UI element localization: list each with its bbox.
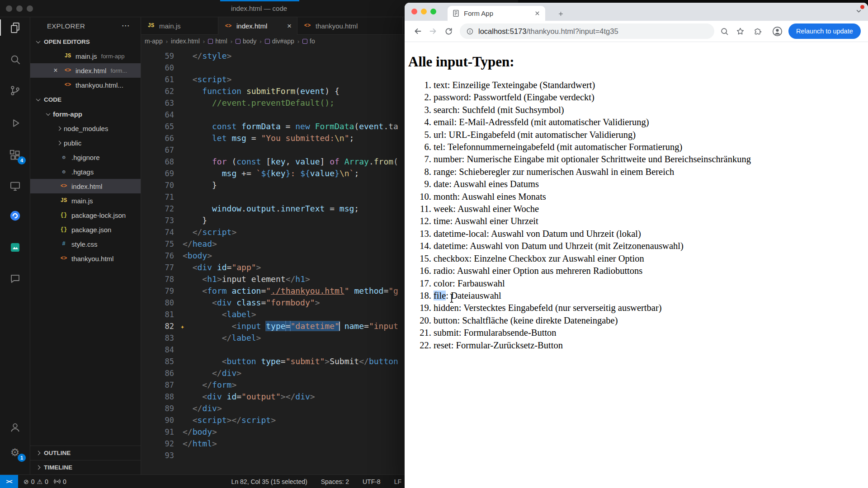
file-.hgignore[interactable]: ⚙.hgignore bbox=[30, 150, 141, 164]
settings-gear-icon[interactable]: ⚙ 1 bbox=[0, 441, 30, 463]
breadcrumb-item-fo[interactable]: fo bbox=[302, 38, 315, 45]
eol-indicator[interactable]: LF bbox=[394, 478, 401, 485]
code-text: } bbox=[174, 179, 217, 191]
chat-icon[interactable] bbox=[0, 267, 30, 289]
list-item: number: Numerische Eingabe mit optionale… bbox=[434, 153, 868, 165]
tab-main-js[interactable]: JS main.js bbox=[141, 17, 218, 35]
section-label: OPEN EDITORS bbox=[44, 38, 90, 45]
site-info-icon[interactable] bbox=[466, 28, 474, 35]
code-token: \n bbox=[335, 133, 344, 143]
line-number: 71 bbox=[141, 191, 174, 203]
breadcrumb-item-body[interactable]: body bbox=[236, 38, 256, 45]
line-number: 76 bbox=[141, 250, 174, 262]
search-icon[interactable] bbox=[0, 48, 30, 70]
source-control-icon[interactable] bbox=[0, 80, 30, 101]
profile-avatar-icon[interactable] bbox=[772, 26, 783, 37]
code-token: script bbox=[198, 415, 227, 425]
copilot-sparkle-icon[interactable]: ✦ bbox=[180, 321, 184, 333]
file-index.html[interactable]: <>index.html bbox=[30, 179, 141, 193]
close-editor-icon[interactable]: × bbox=[51, 66, 60, 75]
address-bar[interactable]: localhost:5173/thankyou.html?input=4tg35 bbox=[460, 23, 714, 39]
forward-button[interactable] bbox=[425, 23, 441, 39]
indentation-indicator[interactable]: Spaces: 2 bbox=[321, 478, 349, 485]
remote-explorer-icon[interactable] bbox=[0, 175, 30, 197]
back-button[interactable] bbox=[410, 23, 425, 39]
code-token: </ bbox=[183, 439, 193, 448]
timeline-header[interactable]: TIMELINE bbox=[30, 460, 141, 474]
breadcrumb-item-html[interactable]: html bbox=[208, 38, 227, 45]
folder-node_modules[interactable]: node_modules bbox=[30, 121, 141, 136]
file-thankyou.html[interactable]: <>thankyou.html bbox=[30, 251, 141, 266]
code-token: , bbox=[286, 157, 296, 166]
close-tab-icon[interactable] bbox=[534, 10, 541, 17]
tab-label: thankyou.html bbox=[316, 22, 358, 30]
ports-indicator[interactable]: 0 bbox=[54, 478, 66, 485]
breadcrumb-item-m-app[interactable]: m-app bbox=[145, 38, 163, 45]
open-editor-thankyou.html...[interactable]: <>thankyou.html... bbox=[30, 78, 141, 92]
macos-window-controls[interactable] bbox=[6, 5, 33, 12]
file-package.json[interactable]: {}package.json bbox=[30, 222, 141, 237]
open-editor-main.js[interactable]: JSmain.jsform-app bbox=[30, 49, 141, 63]
breadcrumb-separator-icon: › bbox=[231, 38, 232, 45]
close-window-button[interactable] bbox=[6, 5, 12, 12]
browser-tab-form-app[interactable]: Form App bbox=[448, 6, 545, 21]
extensions-icon[interactable]: 4 bbox=[0, 144, 30, 166]
code-token: > bbox=[231, 227, 236, 237]
cursor-position[interactable]: Ln 82, Col 35 (15 selected) bbox=[231, 478, 307, 485]
close-window-button[interactable] bbox=[411, 9, 417, 14]
zoom-window-button[interactable] bbox=[27, 5, 33, 12]
more-actions-icon[interactable]: ⋯ bbox=[122, 21, 130, 31]
relaunch-to-update-button[interactable]: Relaunch to update bbox=[788, 23, 861, 39]
zoom-icon[interactable] bbox=[720, 27, 729, 36]
code-token: </ bbox=[222, 333, 232, 343]
extensions-puzzle-icon[interactable] bbox=[753, 27, 763, 36]
code-text bbox=[174, 144, 183, 156]
file-style.css[interactable]: #style.css bbox=[30, 237, 141, 251]
tab-search-icon[interactable] bbox=[855, 7, 863, 17]
code-token bbox=[236, 122, 241, 131]
encoding-indicator[interactable]: UTF-8 bbox=[363, 478, 381, 485]
code-text: </div> bbox=[174, 403, 222, 414]
problems-indicator[interactable]: ⊘ 0 ⚠ 0 bbox=[24, 478, 48, 485]
bookmark-star-icon[interactable] bbox=[736, 27, 745, 36]
breadcrumb-separator-icon: › bbox=[297, 38, 299, 45]
code-token: > bbox=[212, 427, 217, 436]
account-icon[interactable] bbox=[0, 416, 30, 438]
breadcrumb-item-div#app[interactable]: div#app bbox=[265, 38, 294, 45]
code-token bbox=[183, 227, 193, 237]
new-tab-button[interactable] bbox=[554, 7, 567, 20]
code-token: for bbox=[212, 157, 227, 166]
file-package-lock.json[interactable]: {}package-lock.json bbox=[30, 208, 141, 222]
explorer-icon[interactable] bbox=[0, 17, 30, 38]
zoom-window-button[interactable] bbox=[430, 9, 436, 14]
js-file-icon: JS bbox=[59, 197, 68, 204]
run-debug-icon[interactable] bbox=[0, 112, 30, 134]
code-token: < bbox=[231, 321, 236, 331]
file-main.js[interactable]: JSmain.js bbox=[30, 193, 141, 208]
macos-window-controls[interactable] bbox=[411, 9, 436, 14]
tab-index-html[interactable]: <> index.html × bbox=[218, 17, 297, 35]
tab-thankyou-html[interactable]: <> thankyou.html bbox=[297, 17, 403, 35]
minimize-window-button[interactable] bbox=[16, 5, 23, 12]
code-token bbox=[183, 122, 212, 131]
list-item-text: reset: Formular-Zurücksetz-Button bbox=[434, 340, 563, 350]
folder-form-app[interactable]: form-app bbox=[30, 107, 141, 121]
code-token: div bbox=[202, 404, 217, 413]
reload-button[interactable] bbox=[441, 23, 456, 39]
close-tab-icon[interactable]: × bbox=[287, 22, 292, 31]
code-token: = bbox=[246, 133, 261, 143]
open-editor-index.html[interactable]: ×<>index.htmlform... bbox=[30, 63, 141, 78]
breadcrumb-item-index.html[interactable]: index.html bbox=[171, 38, 200, 45]
workspace-section-header[interactable]: CODE bbox=[30, 92, 141, 107]
minimize-window-button[interactable] bbox=[421, 9, 427, 14]
list-item: checkbox: Einzelne Checkbox zur Auswahl … bbox=[434, 253, 868, 265]
code-token: ( bbox=[393, 157, 398, 166]
open-editors-header[interactable]: OPEN EDITORS bbox=[30, 34, 141, 49]
extension-icon-teal[interactable] bbox=[0, 236, 30, 258]
extension-icon-blue[interactable] bbox=[0, 205, 30, 226]
folder-public[interactable]: public bbox=[30, 136, 141, 150]
outline-header[interactable]: OUTLINE bbox=[30, 446, 141, 460]
code-token: ` bbox=[349, 169, 354, 178]
file-.hgtags[interactable]: ⚙.hgtags bbox=[30, 164, 141, 179]
remote-indicator[interactable]: >< bbox=[0, 475, 18, 488]
